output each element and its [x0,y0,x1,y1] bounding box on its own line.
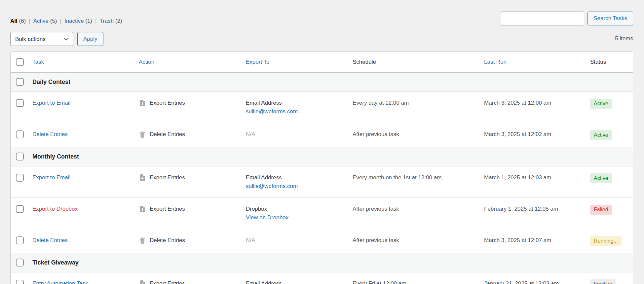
export-email-link[interactable]: sullie@wpforms.com [246,107,343,116]
task-row: Export to Dropbox Export Entries Dropbox… [11,197,633,229]
status-badge: Failed [590,205,612,215]
task-name-link[interactable]: Export to Email [32,174,70,181]
filter-active-count: (5) [50,18,57,24]
trash-icon [139,131,146,138]
action-label: Export Entries [150,205,185,213]
file-download-icon [139,205,146,213]
column-header-status: Status [586,52,633,73]
last-run-text: March 3, 2025 at 12:00 am [484,100,551,106]
action-label: Delete Entries [150,236,185,245]
group-row-monthly-contest: Monthly Contest [11,147,633,166]
filter-active-label: Active [33,18,49,24]
export-to-label: N/A [246,236,343,245]
filter-trash[interactable]: Trash (2) [99,18,122,24]
column-header-task[interactable]: Task [32,59,44,65]
export-to-label: Email Address [246,173,343,182]
toolbar: All (6)|Active (5)|Inactive (1)|Trash (2… [0,0,644,51]
items-count: 5 items [615,35,633,42]
schedule-text: Every Fri at 12:00 am [353,280,406,284]
filter-all-count: (6) [19,18,26,24]
group-checkbox[interactable] [16,259,24,266]
apply-button[interactable]: Apply [77,32,103,46]
file-download-icon [139,174,146,181]
last-run-text: January 31, 2025 at 12:03 am [484,280,559,284]
last-run-text: March 3, 2025 at 12:02 am [484,131,551,137]
task-name-link[interactable]: Export to Email [32,100,70,106]
schedule-text: Every month on the 1st at 12:00 am [353,174,441,181]
group-checkbox[interactable] [16,78,24,86]
task-name-link[interactable]: Export to Dropbox [32,206,78,212]
file-download-icon [139,99,146,107]
row-checkbox[interactable] [16,130,24,138]
table-header-row: Task Action Export To Schedule Last Run … [11,52,633,73]
schedule-text: After previous task [353,237,399,243]
group-title: Ticket Giveaway [32,259,79,266]
column-header-export-to[interactable]: Export To [246,59,270,65]
status-badge: Active [590,130,612,140]
status-badge: Active [590,99,612,109]
row-checkbox[interactable] [16,205,24,213]
schedule-text: Every day at 12:00 am [353,100,409,106]
filter-trash-label: Trash [99,18,114,24]
schedule-text: After previous task [353,206,399,212]
filter-inactive-label: Inactive [64,18,84,24]
group-checkbox[interactable] [16,153,24,160]
export-to-label: N/A [246,130,343,139]
schedule-text: After previous task [353,131,399,137]
row-checkbox[interactable] [16,280,24,284]
last-run-text: February 1, 2025 at 12:05 am [484,206,558,212]
column-header-last-run[interactable]: Last Run [484,59,507,65]
filter-separator: | [95,18,96,24]
select-all-checkbox[interactable] [16,58,24,66]
task-row: Export to Email Export Entries Email Add… [11,91,633,123]
filter-separator: | [29,18,30,24]
task-row: Delete Entries Delete Entries N/A After … [11,229,633,253]
bulk-actions-area: Bulk actions Apply [10,32,103,46]
task-name-link[interactable]: Entry Automation Task [32,280,88,284]
row-checkbox[interactable] [16,99,24,107]
filter-active[interactable]: Active (5) [33,18,57,24]
column-header-schedule: Schedule [348,52,479,73]
bulk-actions-select[interactable]: Bulk actions [10,32,73,46]
filter-all[interactable]: All (6) [10,18,26,24]
row-checkbox[interactable] [16,174,24,182]
last-run-text: March 3, 2025 at 12:07 am [484,237,551,243]
search-tasks-button[interactable]: Search Tasks [587,12,633,25]
tasks-table: Task Action Export To Schedule Last Run … [10,51,633,284]
group-title: Monthly Contest [32,153,79,160]
status-badge: Running... [590,236,622,246]
status-badge: Active [590,173,612,183]
export-to-label: Email Address [246,99,343,107]
task-name-link[interactable]: Delete Entries [32,237,68,243]
row-checkbox[interactable] [16,236,24,244]
search-input[interactable] [501,12,584,25]
task-row: Delete Entries Delete Entries N/A After … [11,123,633,147]
export-to-label: Email Address [246,279,343,284]
action-label: Delete Entries [150,130,185,139]
task-name-link[interactable]: Delete Entries [32,131,68,137]
view-on-dropbox-link[interactable]: View on Dropbox [246,213,343,222]
column-header-action[interactable]: Action [139,59,154,65]
action-label: Export Entries [150,173,185,182]
status-badge: Inactive [590,279,616,284]
filter-inactive[interactable]: Inactive (1) [64,18,92,24]
file-download-icon [139,280,146,284]
export-to-label: Dropbox [246,205,343,213]
filter-all-label: All [10,18,18,24]
trash-icon [139,237,146,244]
export-email-link[interactable]: sullie@wpforms.com [246,182,343,191]
task-row: Export to Email Export Entries Email Add… [11,166,633,197]
task-row: Entry Automation Task Export Entries Ema… [11,272,633,284]
filter-trash-count: (2) [115,18,122,24]
action-label: Export Entries [150,279,185,284]
search-area: Search Tasks [501,12,633,25]
filter-inactive-count: (1) [85,18,92,24]
status-filter-links: All (6)|Active (5)|Inactive (1)|Trash (2… [10,18,122,24]
group-row-daily-contest: Daily Contest [11,73,633,91]
group-title: Daily Contest [32,79,70,85]
filter-separator: | [60,18,61,24]
last-run-text: March 1, 2025 at 12:03 am [484,174,551,181]
group-row-ticket-giveaway: Ticket Giveaway [11,253,633,272]
action-label: Export Entries [150,99,185,107]
